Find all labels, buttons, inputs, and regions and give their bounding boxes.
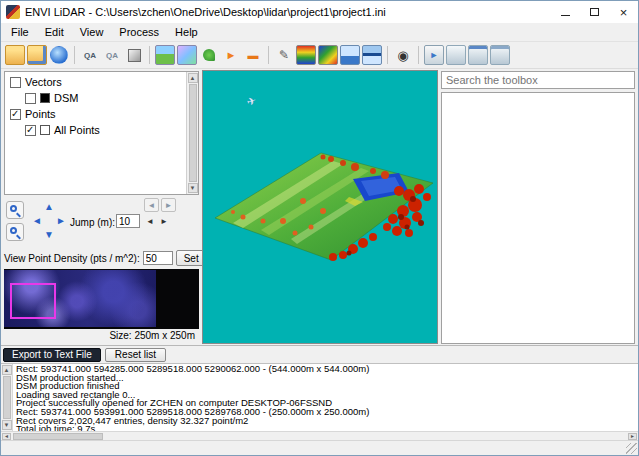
window-title: ENVI LiDAR - C:\Users\zchen\OneDrive\Des… xyxy=(25,6,551,18)
scrollbar-thumb[interactable] xyxy=(13,433,103,440)
selection-rectangle[interactable] xyxy=(10,283,56,319)
raster-image-icon[interactable] xyxy=(177,45,197,65)
menu-edit[interactable]: Edit xyxy=(37,24,72,40)
minimize-button[interactable] xyxy=(551,1,580,23)
log-vertical-scrollbar[interactable]: ▲ ▼ xyxy=(1,364,13,431)
all-points-checkbox[interactable] xyxy=(25,125,36,136)
tree-scrollbar[interactable]: ▲ ▼ xyxy=(186,72,198,194)
maximize-icon xyxy=(590,8,599,16)
tree-item-vectors[interactable]: Vectors xyxy=(7,74,184,90)
density-input[interactable] xyxy=(143,251,173,265)
window-controls: × xyxy=(551,1,638,23)
toolbar-separator xyxy=(268,46,269,64)
previous-view-button[interactable]: ◄ xyxy=(144,198,159,212)
qa-quality-1-icon[interactable] xyxy=(80,45,100,65)
jump-forward-icon[interactable]: ► xyxy=(160,217,168,226)
menu-view[interactable]: View xyxy=(72,24,112,40)
tree-item-all-points[interactable]: All Points xyxy=(7,122,184,138)
jump-input[interactable] xyxy=(116,214,140,228)
scroll-down-icon[interactable]: ▼ xyxy=(188,183,198,193)
pan-right-icon[interactable]: ► xyxy=(56,216,66,226)
export-to-text-file-button[interactable]: Export to Text File xyxy=(3,348,101,362)
zoom-out-button[interactable] xyxy=(6,223,24,241)
log-horizontal-scrollbar[interactable]: ◄ ► xyxy=(1,431,638,440)
toolbar-separator xyxy=(387,46,388,64)
export-display-icon[interactable] xyxy=(424,45,444,65)
tree-item-label: Vectors xyxy=(25,76,62,88)
density-row: View Point Density (pts / m^2): Set xyxy=(4,249,199,267)
tree-item-label: Points xyxy=(25,108,56,120)
points-checkbox[interactable] xyxy=(10,109,21,120)
cube-3d-icon[interactable] xyxy=(124,45,144,65)
resize-grip[interactable] xyxy=(626,443,637,454)
terrain-colormap-icon[interactable] xyxy=(318,45,338,65)
pan-left-icon[interactable]: ◄ xyxy=(32,216,42,226)
menu-help[interactable]: Help xyxy=(167,24,206,40)
magnifier-icon xyxy=(10,227,17,234)
jump-back-icon[interactable]: ◄ xyxy=(146,217,154,226)
scroll-left-icon[interactable]: ◄ xyxy=(2,433,11,440)
density-label: View Point Density (pts / m^2): xyxy=(4,253,140,264)
elevation-colormap-icon[interactable] xyxy=(296,45,316,65)
pan-dpad[interactable]: ▲ ▼ ◄ ► xyxy=(30,202,68,240)
toolbar-separator xyxy=(149,46,150,64)
toolbox-panel xyxy=(439,69,638,345)
save-project-icon[interactable] xyxy=(27,45,47,65)
dsm-checkbox[interactable] xyxy=(25,93,36,104)
log-area[interactable]: ▲ ▼ Rect: 593741.000 594285.000 5289518.… xyxy=(1,363,638,431)
main-area: Vectors DSM Points All Points ▲ xyxy=(1,69,638,345)
jump-label: Jump (m): xyxy=(70,217,115,228)
terrain-render xyxy=(203,71,438,344)
toolbox-search-input[interactable] xyxy=(441,71,635,89)
title-bar[interactable]: ENVI LiDAR - C:\Users\zchen\OneDrive\Des… xyxy=(1,1,638,23)
scroll-up-icon[interactable]: ▲ xyxy=(188,73,198,83)
menu-file[interactable]: File xyxy=(3,24,37,40)
tree-item-dsm[interactable]: DSM xyxy=(7,90,184,106)
magnifier-handle-icon xyxy=(16,235,21,240)
all-points-color-swatch xyxy=(40,125,50,135)
overview-map[interactable] xyxy=(4,269,199,329)
vectors-checkbox[interactable] xyxy=(10,77,21,88)
display-window-1-icon[interactable] xyxy=(446,45,466,65)
zoom-in-button[interactable] xyxy=(6,201,24,219)
maximize-button[interactable] xyxy=(580,1,609,23)
flightline-arrow-icon[interactable] xyxy=(221,45,241,65)
ortho-image-icon[interactable] xyxy=(155,45,175,65)
eye-visibility-icon[interactable] xyxy=(393,45,413,65)
toolbar-separator xyxy=(418,46,419,64)
menu-process[interactable]: Process xyxy=(111,24,167,40)
toolbar xyxy=(1,42,638,69)
toolbox-list[interactable] xyxy=(441,92,635,344)
tree-item-label: DSM xyxy=(54,92,78,104)
qa-quality-2-icon[interactable] xyxy=(102,45,122,65)
next-view-button[interactable]: ► xyxy=(161,198,176,212)
cross-section-view-icon[interactable] xyxy=(362,45,382,65)
scroll-right-icon[interactable]: ► xyxy=(628,433,637,440)
display-window-2-icon[interactable] xyxy=(468,45,488,65)
open-project-icon[interactable] xyxy=(5,45,25,65)
left-panel: Vectors DSM Points All Points ▲ xyxy=(1,69,202,345)
edit-tool-icon[interactable] xyxy=(274,45,294,65)
tree-item-label: All Points xyxy=(54,124,100,136)
close-button[interactable]: × xyxy=(609,1,638,23)
scroll-down-icon[interactable]: ▼ xyxy=(2,420,12,430)
scrollbar-thumb[interactable] xyxy=(3,376,11,419)
vegetation-classify-icon[interactable] xyxy=(199,45,219,65)
log-button-row: Export to Text File Reset list xyxy=(1,346,638,363)
pan-down-icon[interactable]: ▼ xyxy=(44,230,54,240)
layer-tree[interactable]: Vectors DSM Points All Points ▲ xyxy=(4,71,199,195)
scrollbar-thumb[interactable] xyxy=(189,84,197,182)
scroll-up-icon[interactable]: ▲ xyxy=(2,365,12,375)
pan-up-icon[interactable]: ▲ xyxy=(44,202,54,212)
reset-list-button[interactable]: Reset list xyxy=(105,348,166,362)
display-window-3-icon[interactable] xyxy=(490,45,510,65)
globe-zoom-icon[interactable] xyxy=(50,46,68,64)
profile-view-icon[interactable] xyxy=(340,45,360,65)
tree-item-points[interactable]: Points xyxy=(7,106,184,122)
log-list[interactable]: Rect: 593741.000 594285.000 5289518.000 … xyxy=(14,364,636,431)
main-3d-view[interactable]: ✈ xyxy=(202,70,438,344)
section-line-icon[interactable] xyxy=(243,45,263,65)
menu-bar: File Edit View Process Help xyxy=(1,23,638,42)
app-window: ENVI LiDAR - C:\Users\zchen\OneDrive\Des… xyxy=(0,0,639,456)
toolbar-separator xyxy=(74,46,75,64)
